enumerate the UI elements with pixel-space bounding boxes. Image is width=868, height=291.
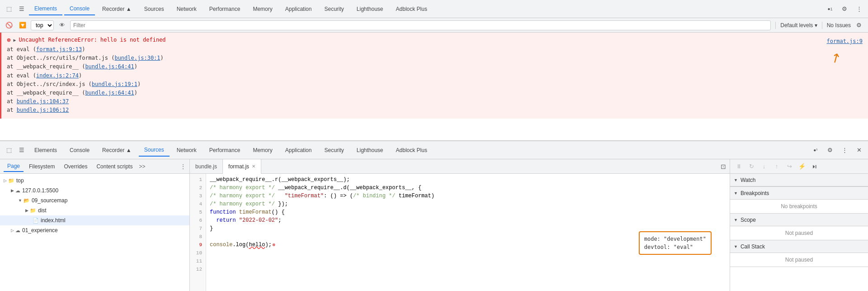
deactivate-btn[interactable]: ⚡: [797, 162, 807, 172]
file-tree: ▷ 📁 top ▶ ☁ 127.0.0.1:5500 ▼ 📂 09_source…: [0, 174, 189, 291]
filter-icon[interactable]: 🔽: [17, 20, 28, 31]
scope-header[interactable]: ▼ Scope: [730, 214, 868, 226]
tab-adblock-src[interactable]: Adblock Plus: [391, 144, 433, 156]
editor-tab-bundle[interactable]: bundle.js: [190, 159, 223, 174]
tree-item-dist[interactable]: ▶ 📁 dist: [0, 205, 189, 215]
tab-lighthouse-top[interactable]: Lighthouse: [351, 3, 389, 15]
annotation-line2: devtool: "eval": [644, 243, 706, 251]
sidebar-tab-page[interactable]: Page: [4, 161, 24, 172]
tree-item-index[interactable]: 📄 index.html: [0, 215, 189, 225]
sidebar-more-icon[interactable]: >>: [139, 163, 145, 170]
inspect-icon[interactable]: ⬚: [4, 4, 14, 14]
breakpoints-header[interactable]: ▼ Breakpoints: [730, 187, 868, 200]
scope-chevron: ▼: [734, 218, 738, 222]
code-line-11: [210, 257, 726, 265]
inspect-icon-2[interactable]: ⬚: [4, 145, 14, 156]
tab-console-top[interactable]: Console: [64, 3, 95, 15]
tab-close-icon[interactable]: ✕: [252, 164, 255, 169]
sidebar-tabs: Page Filesystem Overrides Content script…: [0, 159, 189, 174]
tree-item-top[interactable]: ▷ 📁 top: [0, 176, 189, 186]
code-editor: bundle.js format.js ✕ ⊡ 1 2 3 4 5 6 7 8 …: [190, 159, 730, 291]
sidebar-tab-overrides[interactable]: Overrides: [60, 162, 91, 172]
close-icon[interactable]: ✕: [854, 145, 864, 156]
stack-line-7: at bundle.js:104:37: [7, 97, 863, 106]
stack-link-1[interactable]: format.js:9:13: [36, 46, 82, 52]
step-over-btn[interactable]: ↻: [746, 162, 756, 172]
line-num-7: 7: [190, 224, 206, 233]
default-levels-label[interactable]: Default levels ▾: [780, 22, 817, 29]
device-icon-2[interactable]: ☰: [16, 145, 27, 156]
tab-memory-top[interactable]: Memory: [247, 3, 278, 15]
tab-adblock-top[interactable]: Adblock Plus: [391, 3, 433, 15]
sidebar-menu-icon[interactable]: ⋮: [180, 163, 186, 170]
tree-item-experience[interactable]: ▷ ☁ 01_experience: [0, 225, 189, 235]
folder-icon-2: 📁: [30, 208, 36, 214]
watch-chevron: ▼: [734, 178, 738, 182]
tab-security-src[interactable]: Security: [319, 144, 349, 156]
stack-line-1: at eval (format.js:9:13): [7, 45, 863, 54]
stack-link-2[interactable]: bundle.js:30:1: [114, 55, 160, 61]
tree-label-3: 09_sourcemap: [32, 197, 67, 204]
device-icon[interactable]: ☰: [16, 4, 27, 14]
tab-application-src[interactable]: Application: [280, 144, 317, 156]
code-line-3: /* harmony export */ "timeFormat": () =>…: [210, 192, 726, 200]
expand-editor-icon[interactable]: ⊡: [717, 163, 730, 170]
settings-icon[interactable]: ⚙: [839, 4, 850, 14]
settings-console-icon[interactable]: ⚙: [854, 20, 864, 31]
context-selector[interactable]: top: [31, 20, 54, 30]
tree-label-2: 127.0.0.1:5500: [22, 187, 58, 194]
expand-triangle[interactable]: ▶: [13, 38, 16, 43]
tab-console-src[interactable]: Console: [64, 144, 95, 156]
tree-item-host[interactable]: ▶ ☁ 127.0.0.1:5500: [0, 186, 189, 196]
stack-link-7[interactable]: bundle.js:104:37: [17, 98, 69, 105]
editor-tabs: bundle.js format.js ✕ ⊡: [190, 159, 730, 174]
stack-link-6[interactable]: bundle.js:64:41: [85, 90, 134, 96]
sidebar-tab-content-scripts[interactable]: Content scripts: [93, 162, 136, 172]
format-js-link[interactable]: format.js:9: [827, 38, 863, 44]
tab-sources-src[interactable]: Sources: [139, 144, 170, 157]
filter-input[interactable]: [70, 20, 771, 30]
watch-header[interactable]: ▼ Watch: [730, 174, 868, 186]
tab-security-top[interactable]: Security: [319, 3, 349, 15]
stack-line-5: at Object../src/index.js (bundle.js:19:1…: [7, 80, 863, 89]
tab-sources-top[interactable]: Sources: [139, 3, 170, 15]
tab-elements-top[interactable]: Elements: [29, 3, 62, 15]
eye-icon[interactable]: 👁: [57, 20, 67, 31]
settings-icon-2[interactable]: ⚙: [825, 145, 835, 156]
tab-performance-src[interactable]: Performance: [204, 144, 246, 156]
chevron-icon-5: ▷: [11, 228, 14, 233]
dont-pause-btn[interactable]: ⏯: [810, 162, 820, 172]
stack-link-3[interactable]: bundle.js:64:41: [85, 63, 134, 70]
tab-recorder-src[interactable]: Recorder ▲: [97, 144, 137, 156]
stack-link-4[interactable]: index.js:2:74: [36, 72, 79, 79]
tab-recorder-top[interactable]: Recorder ▲: [97, 3, 137, 15]
tree-label-4: dist: [38, 207, 47, 214]
code-content[interactable]: __webpack_require__.r(__webpack_exports_…: [206, 174, 730, 291]
error-token: hello: [249, 242, 265, 248]
pause-btn[interactable]: ⏸: [734, 162, 744, 172]
code-line-12: [210, 265, 726, 273]
step-into-btn[interactable]: ↓: [759, 162, 769, 172]
step-out-btn[interactable]: ↑: [772, 162, 782, 172]
sidebar-tab-filesystem[interactable]: Filesystem: [25, 162, 58, 172]
tab-performance-top[interactable]: Performance: [204, 3, 246, 15]
scope-label: Scope: [741, 217, 756, 223]
debug-toolbar: ⏸ ↻ ↓ ↑ ↪ ⚡ ⏯: [730, 159, 868, 174]
editor-tab-format[interactable]: format.js ✕: [223, 159, 261, 174]
more-icon[interactable]: ⋮: [854, 4, 864, 14]
tab-network-top[interactable]: Network: [171, 3, 202, 15]
step-btn[interactable]: ↪: [784, 162, 794, 172]
code-body: 1 2 3 4 5 6 7 8 9 10 11 12 __webpack_req…: [190, 174, 730, 291]
tree-item-sourcemap[interactable]: ▼ 📂 09_sourcemap: [0, 196, 189, 205]
tab-lighthouse-src[interactable]: Lighthouse: [351, 144, 389, 156]
callstack-header[interactable]: ▼ Call Stack: [730, 240, 868, 253]
tab-memory-src[interactable]: Memory: [247, 144, 278, 156]
tab-application-top[interactable]: Application: [280, 3, 317, 15]
tab-network-src[interactable]: Network: [171, 144, 202, 156]
error-stack: at eval (format.js:9:13) at Object../src…: [7, 45, 863, 115]
tab-elements-src[interactable]: Elements: [29, 144, 62, 156]
clear-console-icon[interactable]: 🚫: [4, 20, 14, 31]
stack-link-8[interactable]: bundle.js:106:12: [17, 107, 69, 113]
more-icon-2[interactable]: ⋮: [839, 145, 850, 156]
stack-link-5[interactable]: bundle.js:19:1: [92, 81, 137, 87]
